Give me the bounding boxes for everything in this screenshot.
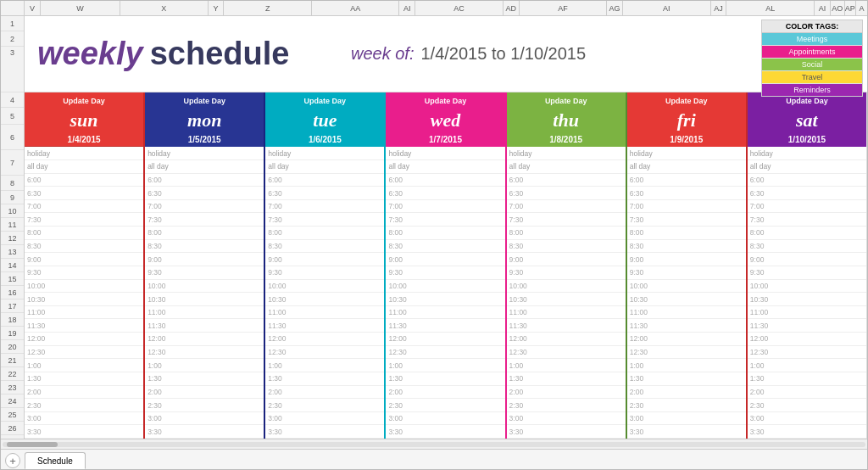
time-slot-holiday-sun[interactable]: holiday	[25, 147, 143, 160]
col-header-ag: AG	[607, 1, 623, 15]
col-header-ai2: AI	[623, 1, 711, 15]
time-slot-1000-sun[interactable]: 10:00	[25, 280, 143, 294]
color-tag-appointments: Appointments	[762, 46, 862, 59]
update-day-mon[interactable]: Update Day	[145, 92, 264, 109]
row-num-13: 13	[1, 245, 24, 259]
tab-schedule[interactable]: Schedule	[25, 452, 86, 469]
time-100-mon[interactable]: 1:00	[145, 359, 264, 372]
time-slot-630-sun[interactable]: 6:30	[25, 187, 143, 200]
time-930-mon[interactable]: 9:30	[145, 266, 264, 280]
day-date-tue: 1/6/2015	[265, 132, 384, 148]
col-header-v: V	[25, 1, 41, 15]
time-slot-1200-sun[interactable]: 12:00	[25, 333, 143, 346]
time-slot-allday-sun[interactable]: all day	[25, 160, 143, 174]
time-600-mon[interactable]: 6:00	[145, 174, 264, 187]
time-900-mon[interactable]: 9:00	[145, 253, 264, 266]
color-tag-reminders: Reminders	[762, 84, 862, 96]
time-slot-100-sun[interactable]: 1:00	[25, 359, 143, 372]
row-num-15: 15	[1, 272, 24, 286]
time-1100-mon[interactable]: 11:00	[145, 306, 264, 320]
time-1030-mon[interactable]: 10:30	[145, 293, 264, 306]
day-column-mon: Update Day mon 1/5/2015 holiday all day …	[145, 92, 265, 439]
day-name-thu: thu	[507, 109, 626, 132]
row-num-11: 11	[1, 218, 24, 232]
time-slot-230-sun[interactable]: 2:30	[25, 399, 143, 412]
time-slot-1100-sun[interactable]: 11:00	[25, 306, 143, 320]
time-300-mon[interactable]: 3:00	[145, 412, 264, 426]
update-day-sun[interactable]: Update Day	[25, 92, 143, 109]
time-830-mon[interactable]: 8:30	[145, 240, 264, 254]
col-header-a: A	[856, 1, 867, 15]
time-slot-800-sun[interactable]: 8:00	[25, 227, 143, 240]
time-slot-830-sun[interactable]: 8:30	[25, 240, 143, 254]
row-num-17: 17	[1, 299, 24, 313]
h-scrollbar[interactable]	[1, 439, 867, 449]
day-date-sun: 1/4/2015	[25, 132, 143, 148]
update-day-thu[interactable]: Update Day	[507, 92, 626, 109]
tab-add-button[interactable]: +	[5, 453, 20, 468]
update-day-fri[interactable]: Update Day	[627, 92, 746, 109]
time-slot-200-sun[interactable]: 2:00	[25, 386, 143, 400]
row-num-2: 2	[1, 31, 24, 47]
col-header-af: AF	[520, 1, 608, 15]
row-num-24: 24	[1, 394, 24, 408]
day-name-wed: wed	[386, 109, 504, 132]
row-num-18: 18	[1, 313, 24, 327]
time-630-mon[interactable]: 6:30	[145, 187, 264, 200]
time-slot-allday-mon[interactable]: all day	[145, 160, 264, 174]
days-section: Update Day sun 1/4/2015 holiday all day …	[25, 92, 867, 439]
time-230-mon[interactable]: 2:30	[145, 399, 264, 412]
color-tag-travel: Travel	[762, 71, 862, 84]
row-num-14: 14	[1, 259, 24, 272]
time-200-mon[interactable]: 2:00	[145, 386, 264, 400]
day-name-fri: fri	[627, 109, 746, 132]
col-header-ai1: AI	[399, 1, 415, 15]
time-slot-130-sun[interactable]: 1:30	[25, 372, 143, 386]
time-slot-1130-sun[interactable]: 11:30	[25, 319, 143, 333]
time-800-mon[interactable]: 8:00	[145, 227, 264, 240]
row-num-7: 7	[1, 150, 24, 176]
col-header-ac: AC	[415, 1, 504, 15]
time-slot-1030-sun[interactable]: 10:30	[25, 293, 143, 306]
time-slot-1230-sun[interactable]: 12:30	[25, 346, 143, 360]
time-slot-900-sun[interactable]: 9:00	[25, 253, 143, 266]
time-130-mon[interactable]: 1:30	[145, 372, 264, 386]
col-header-x: X	[120, 1, 209, 15]
update-day-wed[interactable]: Update Day	[386, 92, 504, 109]
time-slot-300-sun[interactable]: 3:00	[25, 412, 143, 426]
time-slot-700-sun[interactable]: 7:00	[25, 200, 143, 214]
week-of-section: week of: 1/4/2015 to 1/10/2015	[351, 44, 586, 64]
time-slot-holiday-mon[interactable]: holiday	[145, 147, 264, 160]
day-column-tue: Update Day tue 1/6/2015 holiday all day …	[265, 92, 386, 439]
time-slot-930-sun[interactable]: 9:30	[25, 266, 143, 280]
time-1000-mon[interactable]: 10:00	[145, 280, 264, 294]
time-slot-730-sun[interactable]: 7:30	[25, 213, 143, 227]
row-num-6: 6	[1, 125, 24, 150]
time-1200-mon[interactable]: 12:00	[145, 333, 264, 346]
row-num-4: 4	[1, 92, 24, 108]
row-num-26: 26	[1, 422, 24, 435]
day-date-fri: 1/9/2015	[627, 132, 746, 148]
row-num-20: 20	[1, 340, 24, 354]
day-column-thu: Update Day thu 1/8/2015 holiday all day …	[507, 92, 627, 439]
title-weekly: weekly	[37, 36, 143, 72]
col-header-ao: AO	[831, 1, 845, 15]
row-num-23: 23	[1, 381, 24, 394]
update-day-tue[interactable]: Update Day	[265, 92, 384, 109]
color-tags-legend: COLOR TAGS: Meetings Appointments Social…	[761, 20, 863, 97]
col-header-ai3: AI	[815, 1, 831, 15]
col-header-y: Y	[209, 1, 225, 15]
time-slot-330-sun[interactable]: 3:30	[25, 425, 143, 439]
color-tag-meetings: Meetings	[762, 33, 862, 46]
day-date-wed: 1/7/2015	[386, 132, 504, 148]
time-330-mon[interactable]: 3:30	[145, 425, 264, 439]
time-700-mon[interactable]: 7:00	[145, 200, 264, 214]
day-column-sun: Update Day sun 1/4/2015 holiday all day …	[25, 92, 145, 439]
time-730-mon[interactable]: 7:30	[145, 213, 264, 227]
time-1130-mon[interactable]: 11:30	[145, 319, 264, 333]
day-name-mon: mon	[145, 109, 264, 132]
time-1230-mon[interactable]: 12:30	[145, 346, 264, 360]
time-slot-600-sun[interactable]: 6:00	[25, 174, 143, 187]
day-column-sat: Update Day sat 1/10/2015 holiday all day…	[748, 92, 867, 439]
day-date-sat: 1/10/2015	[748, 132, 866, 148]
